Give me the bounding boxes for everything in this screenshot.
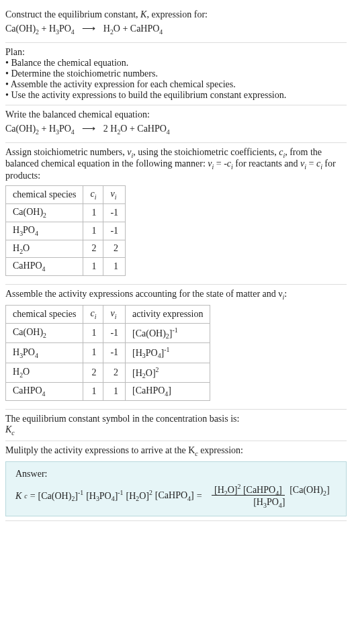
table-row: Ca(OH)2 1 -1 [6,203,126,222]
balanced-section: Write the balanced chemical equation: Ca… [5,105,347,143]
col-ci: ci [83,305,103,323]
ci-cell: 1 [83,222,103,240]
activity-cell: [H3PO4]-1 [126,343,210,363]
col-ci: ci [83,186,103,204]
table-header-row: chemical species ci νi activity expressi… [6,305,210,323]
prompt-section: Construct the equilibrium constant, K, e… [5,5,347,43]
eqconst-text: The equilibrium constant symbol in the c… [5,414,347,424]
assign-section: Assign stoichiometric numbers, νi, using… [5,143,347,285]
stoich-table-1: chemical species ci νi Ca(OH)2 1 -1 H3PO… [5,185,126,276]
species-cell: Ca(OH)2 [6,323,83,342]
col-activity: activity expression [126,305,210,323]
table-row: Ca(OH)2 1 -1 [Ca(OH)2]-1 [6,323,210,342]
answer-box: Answer: Kc = [Ca(OH)2]-1 [H3PO4]-1 [H2O]… [5,461,347,516]
plan-bullet-2: • Determine the stoichiometric numbers. [5,68,347,79]
plan-section: Plan: • Balance the chemical equation. •… [5,43,347,105]
unbalanced-equation: Ca(OH)2 + H3PO4 ⟶ H2O + CaHPO4 [5,23,347,36]
vi-cell: 2 [103,240,126,258]
species-cell: H2O [6,240,83,258]
ci-cell: 1 [83,343,103,363]
species-cell: CaHPO4 [6,258,83,276]
vi-cell: 1 [103,383,126,401]
table-row: H2O 2 2 [6,240,126,258]
plan-bullet-3: • Assemble the activity expression for e… [5,79,347,90]
plan-bullet-1: • Balance the chemical equation. [5,58,347,68]
species-cell: CaHPO4 [6,383,83,401]
prompt-text: Construct the equilibrium constant, K, e… [5,9,347,20]
col-vi: νi [103,305,126,323]
species-cell: H3PO4 [6,343,83,363]
plan-title: Plan: [5,47,347,58]
plan-bullet-4: • Use the activity expressions to build … [5,90,347,101]
ci-cell: 2 [83,363,103,382]
kc-expression: Kc = [Ca(OH)2]-1 [H3PO4]-1 [H2O]2 [CaHPO… [15,484,337,509]
vi-cell: -1 [103,203,126,222]
balanced-equation: Ca(OH)2 + H3PO4 ⟶ 2 H2O + CaHPO4 [5,123,347,136]
assemble-text: Assemble the activity expressions accoun… [5,289,347,301]
vi-cell: 1 [103,258,126,276]
species-cell: H2O [6,363,83,382]
balanced-title: Write the balanced chemical equation: [5,109,347,120]
col-species: chemical species [6,305,83,323]
table-row: H3PO4 1 -1 [6,222,126,240]
table-row: CaHPO4 1 1 [CaHPO4] [6,383,210,401]
assign-text: Assign stoichiometric numbers, νi, using… [5,147,347,182]
table-row: CaHPO4 1 1 [6,258,126,276]
multiply-text: Mulitply the activity expressions to arr… [5,445,347,457]
ci-cell: 1 [83,203,103,222]
col-species: chemical species [6,186,83,204]
activity-cell: [Ca(OH)2]-1 [126,323,210,342]
table-header-row: chemical species ci νi [6,186,126,204]
assemble-section: Assemble the activity expressions accoun… [5,285,347,410]
activity-cell: [CaHPO4] [126,383,210,401]
ci-cell: 2 [83,240,103,258]
coef-h2o: 2 [103,124,108,134]
activity-cell: [H2O]2 [126,363,210,382]
table-row: H3PO4 1 -1 [H3PO4]-1 [6,343,210,363]
table-row: H2O 2 2 [H2O]2 [6,363,210,382]
answer-label: Answer: [15,469,337,479]
ci-cell: 1 [83,323,103,342]
kc-fraction: [H2O]2 [CaHPO4] [Ca(OH)2] [H3PO4] [205,484,337,509]
species-cell: H3PO4 [6,222,83,240]
eqconst-section: The equilibrium constant symbol in the c… [5,410,347,441]
multiply-section: Mulitply the activity expressions to arr… [5,441,347,521]
vi-cell: 2 [103,363,126,382]
col-vi: νi [103,186,126,204]
vi-cell: -1 [103,343,126,363]
ci-cell: 1 [83,383,103,401]
species-cell: Ca(OH)2 [6,203,83,222]
vi-cell: -1 [103,222,126,240]
ci-cell: 1 [83,258,103,276]
kc-symbol: Kc [5,424,347,436]
vi-cell: -1 [103,323,126,342]
stoich-table-2: chemical species ci νi activity expressi… [5,305,210,401]
